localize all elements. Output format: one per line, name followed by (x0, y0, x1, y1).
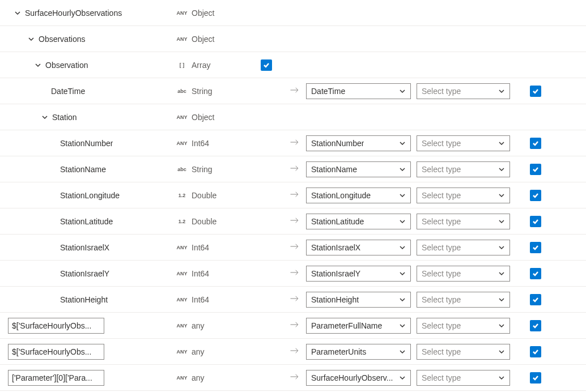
schema-row: $['SurfaceHourlyObs...ANYanyParameterUni… (0, 338, 586, 364)
type-label: any (192, 347, 205, 356)
expand-chevron-icon[interactable] (27, 35, 35, 43)
schema-row: ObservationsANYObject (0, 25, 586, 52)
field-name: StationHeight (60, 295, 108, 304)
include-column-checkbox[interactable] (530, 294, 541, 305)
schema-row: StationHeightANYInt64StationHeightSelect… (0, 286, 586, 312)
column-name-dropdown[interactable]: ParameterFullName (306, 318, 411, 334)
type-label: Double (192, 191, 216, 200)
type-icon: ANY (176, 114, 188, 120)
json-path-text: $['SurfaceHourlyObs... (12, 347, 91, 356)
column-type-dropdown[interactable]: Select type (417, 344, 510, 360)
column-type-dropdown[interactable]: Select type (417, 161, 510, 177)
include-column-checkbox[interactable] (530, 268, 541, 279)
type-label: Object (192, 113, 214, 122)
type-label: Int64 (192, 269, 209, 278)
column-type-dropdown[interactable]: Select type (417, 214, 510, 229)
column-type-placeholder: Select type (422, 269, 461, 278)
type-icon: [ ] (176, 62, 188, 68)
schema-row: StationANYObject (0, 104, 586, 130)
column-name-dropdown[interactable]: DateTime (306, 83, 411, 99)
column-type-dropdown[interactable]: Select type (417, 135, 510, 151)
type-label: String (192, 87, 213, 96)
include-column-checkbox[interactable] (530, 320, 541, 331)
include-column-checkbox[interactable] (530, 190, 541, 201)
map-arrow-icon (289, 84, 300, 97)
field-name: StationIsraelY (60, 269, 109, 278)
type-icon: ANY (176, 323, 188, 329)
field-name: StationLongitude (60, 191, 120, 200)
column-name-dropdown[interactable]: StationName (306, 161, 411, 177)
type-label: any (192, 321, 205, 330)
include-column-checkbox[interactable] (530, 346, 541, 357)
type-icon: ANY (176, 245, 188, 250)
column-type-placeholder: Select type (422, 165, 461, 174)
json-path-input[interactable]: $['SurfaceHourlyObs... (8, 344, 104, 360)
schema-row: StationIsraelXANYInt64StationIsraelXSele… (0, 234, 586, 260)
type-icon: abc (176, 88, 188, 94)
map-arrow-icon (289, 215, 300, 228)
schema-row: StationNameabcStringStationNameSelect ty… (0, 156, 586, 182)
json-path-input[interactable]: ['Parameter'][0]['Para... (8, 370, 104, 386)
type-icon: 1.2 (176, 219, 188, 224)
column-name-value: StationNumber (311, 139, 364, 148)
column-type-dropdown[interactable]: Select type (417, 318, 510, 334)
column-name-dropdown[interactable]: StationIsraelX (306, 240, 411, 255)
expand-chevron-icon[interactable] (14, 9, 22, 17)
column-name-value: DateTime (311, 87, 345, 96)
column-type-dropdown[interactable]: Select type (417, 370, 510, 386)
column-type-placeholder: Select type (422, 217, 461, 226)
type-label: any (192, 373, 205, 382)
column-name-dropdown[interactable]: StationLatitude (306, 214, 411, 229)
column-name-dropdown[interactable]: StationNumber (306, 135, 411, 151)
column-name-dropdown[interactable]: StationLongitude (306, 188, 411, 203)
column-type-dropdown[interactable]: Select type (417, 188, 510, 203)
expand-chevron-icon[interactable] (41, 113, 49, 121)
type-label: Int64 (192, 243, 209, 252)
type-icon: ANY (176, 375, 188, 381)
field-name: Station (52, 113, 77, 122)
map-arrow-icon (289, 163, 300, 176)
include-column-checkbox[interactable] (530, 86, 541, 97)
type-label: Array (192, 61, 210, 70)
schema-row: $['SurfaceHourlyObs...ANYanyParameterFul… (0, 312, 586, 338)
column-name-dropdown[interactable]: ParameterUnits (306, 344, 411, 360)
map-arrow-icon (289, 189, 300, 202)
expand-chevron-icon[interactable] (34, 61, 42, 69)
column-type-placeholder: Select type (422, 295, 461, 304)
column-type-placeholder: Select type (422, 321, 461, 330)
field-name: Observations (39, 35, 85, 44)
type-label: Int64 (192, 139, 209, 148)
type-icon: abc (176, 167, 188, 172)
type-label: Double (192, 217, 216, 226)
type-icon: ANY (176, 36, 188, 42)
collection-root-checkbox[interactable] (261, 59, 272, 71)
field-name: DateTime (51, 87, 85, 96)
map-arrow-icon (289, 137, 300, 150)
map-arrow-icon (289, 319, 300, 332)
column-type-dropdown[interactable]: Select type (417, 266, 510, 282)
include-column-checkbox[interactable] (530, 138, 541, 149)
type-icon: ANY (176, 297, 188, 302)
column-name-dropdown[interactable]: StationHeight (306, 292, 411, 308)
include-column-checkbox[interactable] (530, 372, 541, 384)
field-name: StationNumber (60, 139, 113, 148)
map-arrow-icon (289, 345, 300, 358)
column-name-value: SurfaceHourlyObserv... (311, 373, 393, 382)
column-name-dropdown[interactable]: SurfaceHourlyObserv... (306, 370, 411, 386)
field-name: StationIsraelX (60, 243, 109, 252)
include-column-checkbox[interactable] (530, 216, 541, 227)
json-path-text: $['SurfaceHourlyObs... (12, 321, 91, 330)
type-icon: ANY (176, 271, 188, 276)
schema-row: DateTimeabcStringDateTimeSelect type (0, 78, 586, 104)
column-type-dropdown[interactable]: Select type (417, 240, 510, 255)
column-name-value: ParameterFullName (311, 321, 382, 330)
column-type-dropdown[interactable]: Select type (417, 292, 510, 308)
include-column-checkbox[interactable] (530, 242, 541, 253)
column-name-dropdown[interactable]: StationIsraelY (306, 266, 411, 282)
type-label: Object (192, 8, 214, 18)
type-icon: ANY (176, 140, 188, 146)
include-column-checkbox[interactable] (530, 164, 541, 175)
column-type-dropdown[interactable]: Select type (417, 83, 510, 99)
json-path-input[interactable]: $['SurfaceHourlyObs... (8, 318, 104, 334)
type-icon: ANY (176, 10, 188, 16)
